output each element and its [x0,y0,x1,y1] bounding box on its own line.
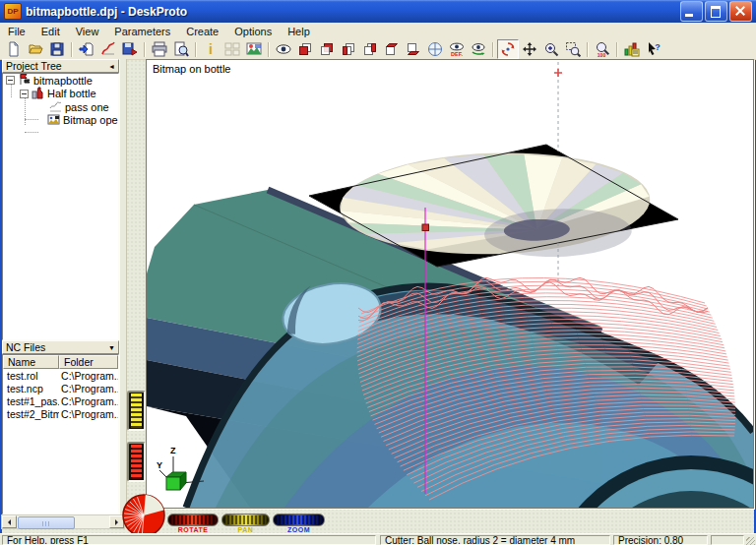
minimize-icon [685,14,693,17]
collapse-box-icon[interactable] [20,90,29,98]
view-left-icon[interactable] [338,39,359,59]
pan-tool-icon[interactable] [519,39,540,59]
tree-item-half-bottle[interactable]: Half bottle [3,88,118,101]
svg-text:?: ? [655,42,661,52]
bitmap-operation-icon [47,113,60,128]
window-title: bitmapbottle.dpj - DeskProto [26,5,680,19]
tree-item-bitmap-operation[interactable]: Bitmap operation [3,114,118,128]
axis-y-label: Y [157,460,162,470]
svg-text:100: 100 [598,52,606,58]
new-document-icon[interactable] [3,39,25,59]
bitmap-view-icon[interactable] [243,39,265,59]
view-top-icon[interactable] [381,39,403,59]
tree-item-bitmapbottle[interactable]: bitmapbottle [3,74,118,88]
nc-file-row[interactable]: test#2_Bitm... C:\Program... [3,407,118,420]
svg-text:i: i [209,41,213,57]
nc-file-row[interactable]: test.ncp C:\Program... [3,382,118,394]
print-preview-icon[interactable] [170,39,192,59]
scroll-left-button[interactable] [2,515,17,528]
toolbar: i DEF. 100 ? [0,39,756,60]
print-icon[interactable] [149,39,170,59]
nc-files-column-headers: Name Folder [3,355,118,369]
status-bar: For Help, press F1 Cutter: Ball nose, ra… [0,533,756,545]
resize-grip-icon[interactable] [746,537,755,545]
zoom-window-tool-icon[interactable] [562,39,584,59]
collapse-box-icon[interactable] [6,76,15,85]
view-right-icon[interactable] [359,39,381,59]
status-cutter-text: Cutter: Ball nose, radius 2 = diameter 4… [380,535,610,545]
machining-estimate-icon[interactable] [621,39,643,59]
menu-options[interactable]: Options [226,25,280,38]
nc-files-list: Name Folder test.rol C:\Program... test.… [2,354,119,515]
calculate-toolpath-icon[interactable] [97,39,119,59]
red-level-gauge[interactable] [127,442,146,482]
nc-file-folder: C:\Program... [59,383,118,394]
tree-item-pass-one[interactable]: pass one [3,100,118,114]
status-help-text: For Help, press F1 [2,535,376,545]
panel-splitter[interactable] [119,59,127,515]
tree-item-label: Bitmap operation [63,114,119,126]
open-project-icon[interactable] [25,39,46,59]
zoom-in-tool-icon[interactable] [540,39,562,59]
rotate-view-icon[interactable] [468,39,489,59]
tree-item-label: pass one [65,101,109,113]
nc-files-header[interactable]: NC Files ▼ [2,340,119,354]
left-panel-hscrollbar[interactable] [1,515,125,529]
column-header-name[interactable]: Name [3,355,59,369]
menu-file[interactable]: File [0,25,33,38]
viewport-3d[interactable]: Bitmap on bottle [146,59,754,509]
scroll-left-icon [5,519,11,525]
save-project-icon[interactable] [46,39,68,59]
close-button[interactable] [729,1,752,22]
perspective-view-icon[interactable] [424,39,446,59]
view-bottom-icon[interactable] [403,39,424,59]
zoom-100-icon[interactable]: 100 [592,39,613,59]
nc-file-name: test.rol [3,370,59,382]
tool-tip-marker [422,224,429,231]
tool-position-cross-icon [554,69,562,77]
part-bottle-icon [32,87,44,101]
yellow-level-gauge[interactable] [127,391,146,431]
expand-panel-icon[interactable]: ▼ [108,344,115,351]
project-tree-header[interactable]: Project Tree ◄ [2,59,119,73]
menu-help[interactable]: Help [280,25,318,38]
view-back-icon[interactable] [316,39,338,59]
project-tree: bitmapbottle Half bottle pass one Bitmap… [2,73,119,340]
write-nc-file-icon[interactable] [119,39,141,59]
default-view-icon[interactable]: DEF. [446,39,468,59]
tree-item-label: bitmapbottle [33,75,93,87]
info-icon[interactable]: i [200,39,221,59]
project-tree-title: Project Tree [6,60,62,72]
title-bar[interactable]: DP bitmapbottle.dpj - DeskProto [0,0,756,23]
context-help-icon[interactable]: ? [643,39,664,59]
scroll-thumb[interactable] [18,516,75,529]
menu-edit[interactable]: Edit [33,25,68,38]
status-extra-pane [711,535,744,545]
zoom-gauge[interactable] [273,514,325,526]
pan-gauge[interactable] [221,514,270,526]
collapse-panel-icon[interactable]: ◄ [108,63,115,70]
restore-icon [711,6,721,18]
rotate-pie-gauge[interactable] [120,492,167,539]
four-viewports-icon[interactable] [221,39,243,59]
nc-files-title: NC Files [6,341,45,353]
shaded-view-icon[interactable] [273,39,294,59]
load-geometry-icon[interactable] [76,39,97,59]
menu-create[interactable]: Create [178,25,226,38]
menu-parameters[interactable]: Parameters [106,25,178,38]
menu-bar: File Edit View Parameters Create Options… [0,23,756,40]
restore-button[interactable] [705,1,727,22]
nc-file-folder: C:\Program... [59,395,118,407]
nc-file-row[interactable]: test#1_pas... C:\Program... [3,394,118,407]
view-front-icon[interactable] [294,39,316,59]
viewport-label: Bitmap on bottle [153,63,231,75]
rotate-tool-icon[interactable] [497,39,519,59]
menu-view[interactable]: View [68,25,107,38]
nc-file-row[interactable]: test.rol C:\Program... [3,369,118,382]
svg-text:DEF.: DEF. [451,51,463,57]
nc-file-name: test#1_pas... [3,395,59,407]
rotate-gauge[interactable] [167,514,219,526]
column-header-folder[interactable]: Folder [59,355,118,369]
axis-z-label: Z [170,446,176,455]
minimize-button[interactable] [680,1,703,22]
